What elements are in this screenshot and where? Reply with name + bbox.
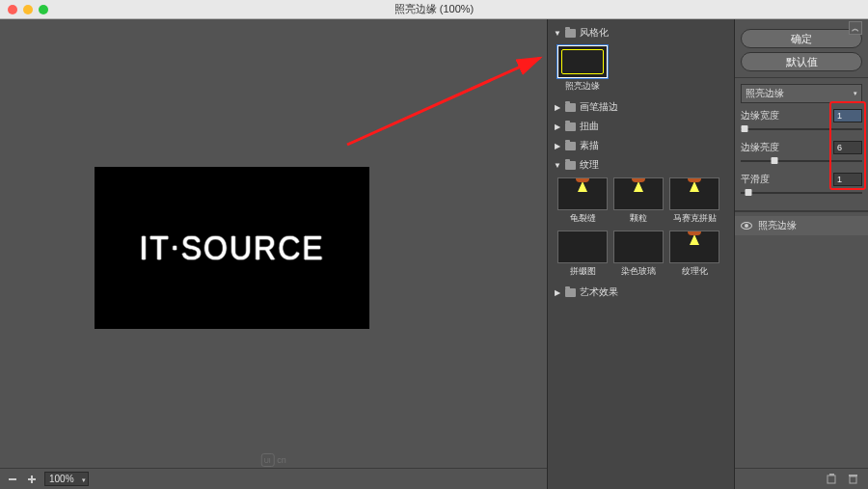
thumbnail-image: [557, 177, 608, 210]
disclosure-down-icon: ▼: [554, 29, 561, 38]
disclosure-right-icon: ▶: [554, 288, 561, 297]
smoothness-input[interactable]: [833, 173, 862, 186]
zoom-in-button[interactable]: [25, 473, 39, 486]
category-label: 扭曲: [580, 120, 599, 133]
filter-category-panel: ▼ 风格化 照亮边缘 ▶ 画笔描边 ▶ 扭曲 ▶ 素描 ▼: [548, 19, 735, 489]
thumb-grain[interactable]: 颗粒: [613, 177, 664, 225]
zoom-out-button[interactable]: [6, 473, 19, 486]
preview-area[interactable]: IT·SOURCE UI cn: [0, 19, 547, 468]
folder-icon: [565, 288, 576, 297]
disclosure-right-icon: ▶: [554, 103, 561, 112]
settings-params: 照亮边缘 ▾ 边缘宽度 边缘亮度: [735, 78, 868, 211]
preset-name: 照亮边缘: [746, 87, 784, 100]
param-label: 边缘宽度: [741, 109, 779, 122]
zoom-window-button[interactable]: [39, 5, 48, 14]
param-smoothness: 平滑度: [741, 173, 862, 197]
chevron-down-icon: ▾: [854, 90, 857, 97]
param-label: 平滑度: [741, 173, 770, 186]
watermark: UI cn: [260, 453, 286, 467]
thumbnail-image: [669, 231, 719, 263]
effect-layer-row[interactable]: 照亮边缘: [735, 216, 868, 235]
thumbnail-label: 拼缀图: [570, 265, 596, 278]
thumbnail-label: 纹理化: [682, 265, 708, 278]
edge-width-slider[interactable]: [741, 125, 862, 133]
preview-artwork-text: IT·SOURCE: [139, 229, 324, 268]
texture-thumbs: 龟裂缝 颗粒 马赛克拼贴 拼缀图 染色玻璃 纹理化: [554, 175, 728, 283]
category-sketch[interactable]: ▶ 素描: [554, 136, 728, 155]
chevron-up-icon: ︽: [852, 23, 859, 34]
filter-preset-select[interactable]: 照亮边缘 ▾: [741, 84, 862, 103]
preview-pane: IT·SOURCE UI cn: [0, 19, 548, 489]
category-distort[interactable]: ▶ 扭曲: [554, 117, 728, 136]
settings-bottom-toolbar: [735, 468, 868, 489]
thumbnail-image: [557, 45, 608, 78]
thumb-glowing-edges[interactable]: 照亮边缘: [557, 45, 608, 93]
collapse-panel-button[interactable]: ︽: [849, 21, 862, 35]
watermark-logo-icon: UI: [260, 453, 274, 467]
category-stylize[interactable]: ▼ 风格化: [554, 23, 728, 42]
category-label: 艺术效果: [580, 285, 618, 299]
preview-toolbar: 100% ▾: [0, 468, 547, 489]
svg-rect-7: [849, 475, 857, 476]
thumb-patchwork[interactable]: 拼缀图: [557, 231, 608, 278]
thumbnail-image: [613, 177, 664, 210]
settings-top: ︽ 确定 默认值: [735, 19, 868, 78]
preview-canvas: IT·SOURCE: [95, 167, 369, 329]
disclosure-right-icon: ▶: [554, 122, 561, 131]
category-artistic[interactable]: ▶ 艺术效果: [554, 283, 728, 302]
stylize-thumbs: 照亮边缘: [554, 42, 728, 97]
thumbnail-label: 照亮边缘: [565, 80, 600, 93]
category-texture[interactable]: ▼ 纹理: [554, 155, 728, 175]
thumbnail-label: 颗粒: [630, 212, 647, 225]
window-titlebar: 照亮边缘 (100%): [0, 0, 868, 19]
settings-panel: ︽ 确定 默认值 照亮边缘 ▾ 边缘宽度 边缘亮度: [735, 19, 868, 489]
category-label: 素描: [580, 139, 599, 152]
window-controls: [8, 5, 48, 14]
thumb-mosaic-tiles[interactable]: 马赛克拼贴: [669, 177, 719, 225]
watermark-text: cn: [277, 455, 286, 465]
folder-icon: [565, 161, 576, 170]
folder-icon: [565, 103, 576, 112]
svg-rect-4: [827, 475, 835, 483]
svg-rect-6: [850, 476, 856, 483]
effect-layer-name: 照亮边缘: [758, 219, 797, 232]
folder-icon: [565, 29, 576, 38]
svg-rect-5: [829, 474, 834, 475]
folder-icon: [565, 142, 576, 150]
thumb-craquelure[interactable]: 龟裂缝: [557, 177, 608, 225]
thumbnail-label: 龟裂缝: [570, 212, 596, 225]
smoothness-slider[interactable]: [741, 189, 862, 197]
svg-rect-3: [31, 475, 33, 483]
disclosure-right-icon: ▶: [554, 142, 561, 150]
thumbnail-image: [669, 177, 719, 210]
thumb-texturizer[interactable]: 纹理化: [669, 231, 719, 278]
category-label: 纹理: [580, 158, 599, 172]
effect-layer-list: 照亮边缘: [735, 211, 868, 423]
edge-brightness-slider[interactable]: [741, 157, 862, 165]
param-edge-brightness: 边缘亮度: [741, 141, 862, 165]
category-label: 风格化: [580, 26, 609, 40]
thumbnail-image: [557, 231, 608, 263]
svg-line-0: [347, 58, 540, 145]
visibility-eye-icon[interactable]: [741, 222, 752, 230]
folder-icon: [565, 122, 576, 131]
annotation-arrow: [347, 48, 559, 154]
category-brush-strokes[interactable]: ▶ 画笔描边: [554, 97, 728, 117]
thumbnail-image: [613, 231, 664, 263]
param-label: 边缘亮度: [741, 141, 779, 154]
new-effect-layer-button[interactable]: [826, 474, 837, 485]
minimize-window-button[interactable]: [23, 5, 33, 14]
delete-effect-layer-button[interactable]: [847, 474, 858, 485]
param-edge-width: 边缘宽度: [741, 109, 862, 133]
window-title: 照亮边缘 (100%): [0, 2, 868, 16]
close-window-button[interactable]: [8, 5, 17, 14]
defaults-button[interactable]: 默认值: [741, 52, 862, 71]
ok-button[interactable]: 确定: [741, 29, 862, 48]
thumbnail-label: 马赛克拼贴: [673, 212, 717, 225]
zoom-level-select[interactable]: 100%: [44, 472, 89, 486]
svg-rect-1: [9, 478, 16, 480]
thumbnail-label: 染色玻璃: [621, 265, 656, 278]
thumb-stained-glass[interactable]: 染色玻璃: [613, 231, 664, 278]
edge-width-input[interactable]: [833, 109, 862, 122]
edge-brightness-input[interactable]: [833, 141, 862, 154]
